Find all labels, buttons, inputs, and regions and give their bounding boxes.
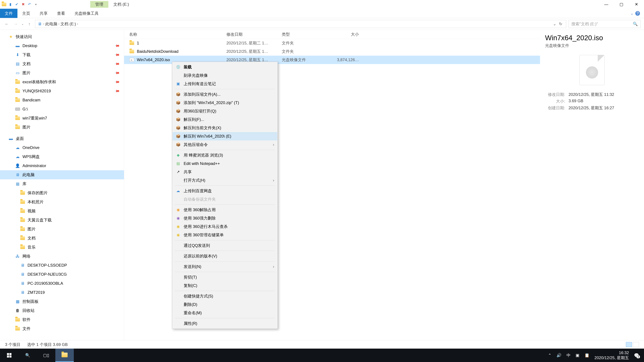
action-center-icon[interactable]: 💬3 — [634, 353, 639, 358]
search-button[interactable]: 🔍 — [18, 349, 37, 362]
taskbar-clock[interactable]: 16:32 2020/12/25, 星期五 — [594, 350, 629, 360]
refresh-icon[interactable]: ↻ — [557, 22, 564, 26]
ctx-restore-prev[interactable]: 还原以前的版本(V) — [172, 252, 277, 260]
search-icon[interactable]: 🔍 — [633, 22, 638, 26]
nav-net1[interactable]: 🖥DESKTOP-LSSOEDP — [0, 261, 124, 270]
ctx-other-zip[interactable]: 📦其他压缩命令› — [172, 140, 277, 149]
nav-history-dropdown[interactable]: ⌄ — [22, 22, 24, 25]
start-button[interactable] — [0, 349, 18, 362]
ctx-burn[interactable]: 刻录光盘映像 — [172, 71, 277, 80]
nav-libraries[interactable]: ▦库 — [0, 179, 124, 188]
ctx-create-shortcut[interactable]: 创建快捷方式(S) — [172, 292, 277, 300]
ctx-send-to[interactable]: 发送到(N)› — [172, 263, 277, 271]
nav-videos[interactable]: 视频 — [0, 206, 124, 216]
ctx-extract-named[interactable]: 📦解压到 Win7x64_2020\ (E) — [172, 132, 277, 140]
maximize-button[interactable]: ▢ — [614, 0, 629, 9]
ctx-youdao[interactable]: ▣上传到有道云笔记 — [172, 80, 277, 88]
tray-volume-icon[interactable]: 🔊 — [556, 353, 562, 358]
tab-home[interactable]: 主页 — [18, 9, 35, 18]
breadcrumb-dropdown-icon[interactable]: ⌄ — [553, 22, 556, 26]
nav-files[interactable]: 文件 — [0, 324, 124, 333]
close-button[interactable]: ✕ — [629, 0, 644, 9]
chevron-right-icon[interactable]: › — [77, 22, 78, 26]
nav-camera-roll[interactable]: 本机照片 — [0, 197, 124, 206]
tab-share[interactable]: 共享 — [35, 9, 52, 18]
ctx-delete[interactable]: 删除(D) — [172, 300, 277, 309]
tray-ime-indicator[interactable]: 中 — [566, 353, 570, 358]
file-row[interactable]: 1 2020/12/15, 星期二 1… 文件夹 — [124, 39, 540, 47]
nav-desktop-root[interactable]: ▬桌面 — [0, 134, 124, 143]
ctx-notepad-plus[interactable]: ▤Edit with Notepad++ — [172, 159, 277, 168]
contextual-tab-label[interactable]: 管理 — [90, 1, 108, 8]
nav-tianyi[interactable]: 天翼云盘下载 — [0, 216, 124, 225]
nav-wps[interactable]: ☁WPS网盘 — [0, 152, 124, 161]
breadcrumb-current[interactable]: 文档 (E:) — [60, 21, 76, 27]
nav-pics2[interactable]: 图片 — [0, 123, 124, 132]
nav-this-pc[interactable]: 🖥此电脑 — [0, 170, 124, 179]
nav-bandicam[interactable]: Bandicam — [0, 95, 124, 105]
ctx-open-with[interactable]: 打开方式(H)› — [172, 176, 277, 185]
col-type[interactable]: 类型 — [282, 32, 329, 37]
col-name[interactable]: 名称 — [129, 32, 226, 37]
chevron-right-icon[interactable]: › — [43, 22, 44, 26]
ctx-add-archive[interactable]: 📦添加到压缩文件(A)... — [172, 90, 277, 98]
tray-chevron-up-icon[interactable]: ⌃ — [548, 353, 552, 358]
nav-docs2[interactable]: 文档 — [0, 234, 124, 243]
nav-net3[interactable]: 🖥PC-20190530OBLA — [0, 279, 124, 288]
nav-yunqishi[interactable]: YUNQISHI2019📌 — [0, 86, 124, 95]
qat-pin-icon[interactable]: ▮ — [8, 2, 13, 7]
nav-saved-pics[interactable]: 保存的图片 — [0, 188, 124, 197]
nav-net2[interactable]: 🖥DESKTOP-NJEU3CG — [0, 270, 124, 279]
ctx-360-manage[interactable]: ◉使用 360管理右键菜单 — [172, 231, 277, 239]
nav-downloads[interactable]: ⬇下载📌 — [0, 50, 124, 59]
nav-excel[interactable]: excel表格制作求和📌 — [0, 77, 124, 86]
ctx-qq-send[interactable]: 通过QQ发送到 — [172, 241, 277, 250]
tab-disc-tools[interactable]: 光盘映像工具 — [70, 9, 103, 18]
ctx-copy[interactable]: 复制(C) — [172, 281, 277, 290]
qat-check-icon[interactable]: ✔ — [14, 2, 19, 7]
nav-software[interactable]: 软件 — [0, 315, 124, 324]
qat-dropdown-icon[interactable]: ▾ — [34, 2, 38, 7]
nav-pics3[interactable]: 图片 — [0, 225, 124, 234]
nav-desktop[interactable]: ▬Desktop📌 — [0, 41, 124, 50]
ctx-open-360[interactable]: 📦用360压缩打开(Q) — [172, 107, 277, 115]
tab-file[interactable]: 文件 — [0, 9, 18, 18]
ctx-honey-browser[interactable]: ◆用 蜂蜜浏览器 浏览(3) — [172, 151, 277, 159]
nav-gdrive[interactable]: G:\ — [0, 105, 124, 114]
col-date[interactable]: 修改日期 — [226, 32, 282, 37]
ctx-baidu-upload[interactable]: ☁上传到百度网盘 — [172, 187, 277, 195]
ctx-add-zip[interactable]: 📦添加到 "Win7x64_2020.zip" (T) — [172, 98, 277, 107]
nav-network[interactable]: 🖧网络 — [0, 252, 124, 261]
breadcrumb-root[interactable]: 此电脑 — [45, 21, 57, 27]
qat-delete-icon[interactable]: ✖ — [21, 2, 26, 7]
qat-undo-icon[interactable]: ↶ — [27, 2, 32, 7]
nav-up-button[interactable]: ↑ — [26, 21, 33, 27]
nav-control-panel[interactable]: ▦控制面板 — [0, 297, 124, 306]
nav-net4[interactable]: 🖥ZMT2019 — [0, 288, 124, 297]
nav-forward-button[interactable]: → — [12, 21, 19, 27]
ctx-extract-to[interactable]: 📦解压到(F)... — [172, 115, 277, 124]
ctx-cut[interactable]: 剪切(T) — [172, 273, 277, 281]
minimize-button[interactable]: — — [599, 0, 614, 9]
explorer-taskbar-button[interactable] — [55, 349, 74, 362]
tray-icon[interactable]: ▣ — [576, 353, 580, 358]
tray-icon[interactable]: 📋 — [584, 353, 590, 358]
search-input[interactable]: 搜索"文档 (E:)" 🔍 — [568, 20, 641, 28]
ctx-share[interactable]: ↗共享 — [172, 168, 277, 176]
ctx-properties[interactable]: 属性(R) — [172, 319, 277, 328]
breadcrumb[interactable]: 🖥 › 此电脑 › 文档 (E:) › ⌄ ↻ — [35, 20, 566, 28]
nav-pictures[interactable]: ▭图片📌 — [0, 68, 124, 77]
nav-onedrive[interactable]: ☁OneDrive — [0, 143, 124, 152]
tab-view[interactable]: 查看 — [52, 9, 70, 18]
col-size[interactable]: 大小 — [329, 32, 359, 37]
file-row[interactable]: BaiduNetdiskDownload 2020/12/25, 星期五 1… … — [124, 47, 540, 56]
nav-back-button[interactable]: ← — [3, 21, 10, 27]
ctx-360-delete[interactable]: ◉使用 360强力删除 — [172, 214, 277, 222]
nav-documents[interactable]: ▤文档📌 — [0, 59, 124, 68]
ctx-extract-here[interactable]: 📦解压到当前文件夹(X) — [172, 124, 277, 132]
nav-admin[interactable]: 👤Administrator — [0, 161, 124, 170]
ctx-360-unlock[interactable]: ◉使用 360解除占用 — [172, 206, 277, 214]
nav-music[interactable]: 音乐 — [0, 243, 124, 252]
ribbon-expand[interactable]: ⌄ ? — [626, 9, 644, 18]
task-view-button[interactable]: ▢▯ — [37, 349, 55, 362]
